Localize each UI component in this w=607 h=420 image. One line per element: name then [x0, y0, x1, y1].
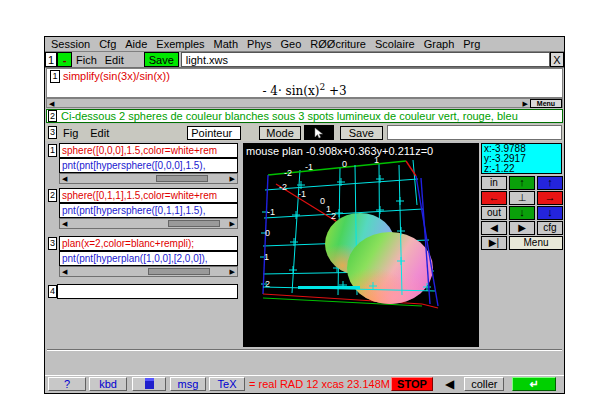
comment-entry: 2 Ci-dessous 2 spheres de couleur blanch…: [46, 109, 563, 123]
minimize-button[interactable]: -: [57, 52, 72, 67]
zoom-out-button[interactable]: out: [481, 206, 507, 220]
3d-scene: mouse plan -0.908x+0.363y+0.211z=0: [243, 143, 479, 347]
scroll-right-icon[interactable]: ▶: [230, 268, 235, 276]
menu-session[interactable]: Session: [51, 38, 90, 51]
mode-button[interactable]: Mode: [259, 126, 301, 140]
rotate-down-blue-button[interactable]: ↓: [537, 206, 563, 220]
menu-fich[interactable]: Fich: [72, 52, 101, 67]
screenshot-root: Session Cfg Aide Exemples Math Phys Geo …: [0, 0, 607, 420]
tick-label: 0: [342, 159, 347, 169]
code-output: pnt(pnt[hyperplan([1,0,0],[2,0,0]),: [59, 251, 238, 266]
pointer-mode-select[interactable]: Pointeur: [187, 126, 241, 140]
scroll-left-icon[interactable]: ◀: [62, 268, 67, 276]
code-input[interactable]: sphere([0,0,0],1.5,color=white+rem: [59, 143, 238, 158]
scroll-right-icon[interactable]: ▶: [230, 175, 235, 183]
rotate-left-button[interactable]: ←: [481, 191, 507, 205]
filename-field[interactable]: light.xws: [181, 52, 550, 67]
session-tab-row: 1 - Fich Edit Save light.xws X: [45, 52, 564, 68]
menu-cfg[interactable]: Cfg: [99, 38, 116, 51]
result-menu-button[interactable]: Menu: [530, 99, 562, 108]
3d-graph-canvas[interactable]: mouse plan -0.908x+0.363y+0.211z=0: [243, 143, 479, 347]
scroll-left-icon[interactable]: ◀: [49, 100, 54, 108]
code-entry-number: 3: [48, 237, 57, 250]
code-input[interactable]: sphere([0,1,1],1.5,color=white+rem: [59, 188, 238, 203]
close-button[interactable]: X: [550, 52, 564, 67]
help-button[interactable]: ?: [48, 377, 86, 391]
tex-button[interactable]: TeX: [209, 377, 245, 391]
result-suffix: +3: [325, 84, 347, 98]
expression-entry: 1 simplify(sin(3x)/sin(x)) - 4· sin(x)2 …: [46, 68, 563, 98]
mouse-plane-readout: mouse plan -0.908x+0.363y+0.211z=0: [246, 145, 433, 157]
xcas-window: Session Cfg Aide Exemples Math Phys Geo …: [44, 36, 565, 394]
tick-label: 1: [374, 155, 379, 165]
keyboard-toggle-button[interactable]: [132, 377, 166, 391]
menu-aide[interactable]: Aide: [125, 38, 147, 51]
result-prefix: - 4·: [262, 84, 281, 98]
code-entry-number: 2: [48, 189, 57, 202]
prev-button[interactable]: ◀: [481, 221, 507, 235]
scroll-left-icon[interactable]: ◀: [62, 175, 67, 183]
stop-button[interactable]: STOP: [391, 377, 433, 391]
tick-label: -1: [305, 162, 313, 172]
tick-label: 1: [264, 252, 269, 262]
menu-scolaire[interactable]: Scolaire: [375, 38, 415, 51]
rotate-up-green-button[interactable]: ↑: [509, 176, 535, 190]
code-hscrollbar[interactable]: ◀ ▶: [59, 173, 238, 184]
zoom-in-button[interactable]: in: [481, 176, 507, 190]
code-input-empty[interactable]: [57, 284, 238, 299]
next-button[interactable]: ▶: [509, 221, 535, 235]
code-hscrollbar[interactable]: ◀ ▶: [59, 218, 238, 229]
kbd-button[interactable]: kbd: [89, 377, 127, 391]
scroll-right-icon[interactable]: ▶: [230, 220, 235, 228]
code-output: pnt(pnt[hypersphere([0,0,0],1.5),: [59, 158, 238, 173]
mouse-coordinates-box: x:-3.9788 y:-3.2917 z:-1.22: [481, 143, 562, 174]
save-button[interactable]: Save: [144, 52, 179, 67]
code-output: pnt(pnt[hypersphere([0,1,1],1.5),: [59, 203, 238, 218]
expression-result: - 4· sin(x)2 +3: [47, 82, 562, 98]
scroll-thumb[interactable]: [168, 220, 220, 227]
horizontal-separator: [47, 349, 562, 351]
perpendicular-view-button[interactable]: ⊥: [509, 191, 535, 205]
scroll-right-icon[interactable]: ▶: [523, 100, 528, 108]
menu-math[interactable]: Math: [214, 38, 238, 51]
menu-prg[interactable]: Prg: [463, 38, 480, 51]
sphere-front: [347, 232, 433, 304]
step-button[interactable]: ▶|: [481, 236, 507, 250]
msg-button[interactable]: msg: [170, 377, 206, 391]
rotate-right-button[interactable]: →: [537, 191, 563, 205]
rotate-up-blue-button[interactable]: ↑: [537, 176, 563, 190]
tick-label: 0: [265, 228, 270, 238]
status-bar: ? kbd msg TeX = real RAD 12 xcas 23.148M…: [45, 375, 564, 392]
enter-button[interactable]: ↵: [512, 377, 556, 391]
figure-save-button[interactable]: Save: [340, 126, 383, 140]
menu-exemples[interactable]: Exemples: [156, 38, 204, 51]
code-input[interactable]: plan(x=2,color=blanc+rempli);: [59, 236, 238, 251]
scroll-thumb[interactable]: [148, 268, 210, 275]
comment-text[interactable]: Ci-dessous 2 spheres de couleur blanches…: [61, 110, 518, 122]
scroll-thumb[interactable]: [156, 175, 208, 182]
menu-graph[interactable]: Graph: [424, 38, 455, 51]
menu-edit[interactable]: Edit: [101, 52, 128, 67]
cfg-button[interactable]: cfg: [537, 221, 563, 235]
result-hscrollbar[interactable]: ◀ ▶ Menu: [46, 98, 563, 108]
tick-label: 0: [320, 196, 325, 206]
expression-input[interactable]: simplify(sin(3x)/sin(x)): [63, 70, 170, 82]
menu-fig[interactable]: Fig: [63, 127, 78, 139]
back-arrow-icon[interactable]: ◀: [445, 377, 454, 391]
view-menu-button[interactable]: Menu: [509, 236, 563, 250]
tick-label: -1: [267, 207, 275, 217]
figure-toolbar-field: [387, 125, 562, 140]
cas-status-button[interactable]: = real RAD 12 xcas 23.148M: [249, 378, 391, 390]
menu-reecriture[interactable]: RØØcriture: [310, 38, 366, 51]
menu-edit-fig[interactable]: Edit: [90, 127, 109, 139]
scroll-left-icon[interactable]: ◀: [62, 220, 67, 228]
cursor-mode-indicator[interactable]: [304, 125, 334, 140]
coord-z: z:-1.22: [484, 164, 561, 174]
menu-geo[interactable]: Geo: [281, 38, 302, 51]
figure-toolbar: 3 Fig Edit Pointeur Mode Save: [45, 124, 564, 141]
entry-number: 2: [48, 110, 57, 122]
coller-button[interactable]: coller: [464, 377, 504, 391]
menu-phys[interactable]: Phys: [247, 38, 271, 51]
rotate-down-green-button[interactable]: ↓: [509, 206, 535, 220]
code-hscrollbar[interactable]: ◀ ▶: [59, 266, 238, 277]
